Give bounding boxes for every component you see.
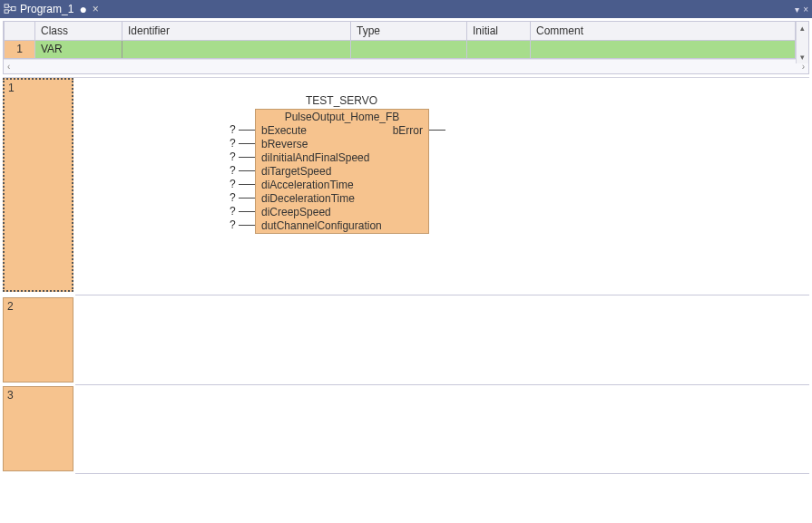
variable-table[interactable]: Class Identifier Type Initial Comment 1 … — [4, 22, 796, 59]
pin-wire — [239, 143, 255, 144]
var-vertical-scrollbar[interactable]: ▴ ▾ — [796, 22, 808, 63]
fb-type-name: PulseOutput_Home_FB — [256, 110, 428, 124]
function-block[interactable]: PulseOutput_Home_FB bExecutebError bReve… — [255, 109, 429, 234]
fb-input-pin[interactable]: diCreepSpeed — [261, 206, 331, 219]
column-header-initial[interactable]: Initial — [467, 22, 531, 40]
fb-input-pin[interactable]: bReverse — [261, 138, 308, 151]
unconnected-marker[interactable]: ? — [230, 178, 236, 190]
network-number-2[interactable]: 2 — [3, 297, 73, 383]
unconnected-marker[interactable]: ? — [230, 205, 236, 218]
fb-input-pin[interactable]: bExecute — [261, 124, 307, 138]
pin-wire — [239, 225, 255, 226]
row-number-cell[interactable]: 1 — [5, 40, 35, 58]
fb-input-pin[interactable]: diDecelerationTime — [261, 192, 355, 206]
column-header-type[interactable]: Type — [351, 22, 467, 40]
variable-table-header-row: Class Identifier Type Initial Comment — [5, 22, 796, 40]
scroll-left-icon[interactable]: ‹ — [7, 62, 10, 72]
svg-line-3 — [8, 6, 11, 9]
pin-wire — [239, 170, 255, 171]
fb-input-pin[interactable]: diInitialAndFinalSpeed — [261, 151, 369, 165]
unconnected-marker[interactable]: ? — [230, 191, 236, 204]
svg-rect-0 — [5, 5, 8, 7]
pin-wire — [239, 157, 255, 158]
network-number-1[interactable]: 1 — [3, 78, 73, 292]
comment-cell[interactable] — [531, 40, 796, 58]
unconnected-marker[interactable]: ? — [230, 123, 236, 136]
fb-output-pin[interactable]: bError — [393, 124, 423, 138]
window-close-button[interactable]: × — [803, 5, 808, 15]
pin-wire — [239, 211, 255, 212]
class-cell[interactable]: VAR — [35, 40, 122, 58]
window-menu-dropdown[interactable]: ▾ — [795, 5, 799, 15]
unconnected-marker[interactable]: ? — [230, 218, 236, 231]
network-divider — [75, 295, 809, 295]
pin-wire — [429, 130, 445, 131]
scroll-up-icon[interactable]: ▴ — [800, 24, 805, 33]
unconnected-marker[interactable]: ? — [230, 150, 236, 163]
network-number-3[interactable]: 3 — [3, 386, 73, 471]
initial-cell[interactable] — [467, 40, 531, 58]
identifier-cell[interactable] — [122, 40, 351, 58]
type-cell[interactable] — [351, 40, 467, 58]
fb-input-pin[interactable]: diTargetSpeed — [261, 165, 331, 179]
program-icon — [4, 4, 16, 15]
network-divider — [75, 473, 809, 474]
column-header-identifier[interactable]: Identifier — [122, 22, 351, 40]
tab-unsaved-indicator: ● — [79, 3, 86, 15]
fbd-editor[interactable]: 1 2 3 TEST_SERVO PulseOutput_Home_FB bEx… — [3, 77, 809, 503]
unconnected-marker[interactable]: ? — [230, 137, 236, 150]
fbd-grid-background — [90, 78, 809, 503]
tab-close-button[interactable]: × — [93, 3, 99, 15]
column-header-class[interactable]: Class — [35, 22, 122, 40]
var-horizontal-scrollbar[interactable]: ‹ › — [4, 59, 808, 73]
svg-rect-2 — [12, 6, 15, 10]
variable-row[interactable]: 1 VAR — [5, 40, 796, 58]
pin-wire — [239, 198, 255, 199]
row-number-header — [5, 22, 35, 40]
pin-wire — [239, 130, 255, 131]
network-divider — [75, 384, 809, 385]
pin-wire — [239, 184, 255, 185]
svg-line-4 — [8, 9, 11, 12]
fb-instance-name[interactable]: TEST_SERVO — [306, 94, 377, 107]
tab-title[interactable]: Program_1 — [20, 3, 73, 15]
scroll-down-icon[interactable]: ▾ — [800, 53, 805, 62]
column-header-comment[interactable]: Comment — [531, 22, 796, 40]
fb-input-pin[interactable]: diAccelerationTime — [261, 179, 354, 192]
tab-bar: Program_1 ● × ▾ × — [0, 0, 812, 18]
variable-declaration-pane: ▴ ▾ Class Identifier Type Initial Commen… — [3, 21, 809, 74]
fb-input-pin[interactable]: dutChannelConfiguration — [261, 219, 382, 233]
unconnected-marker[interactable]: ? — [230, 164, 236, 177]
svg-rect-1 — [5, 10, 8, 13]
